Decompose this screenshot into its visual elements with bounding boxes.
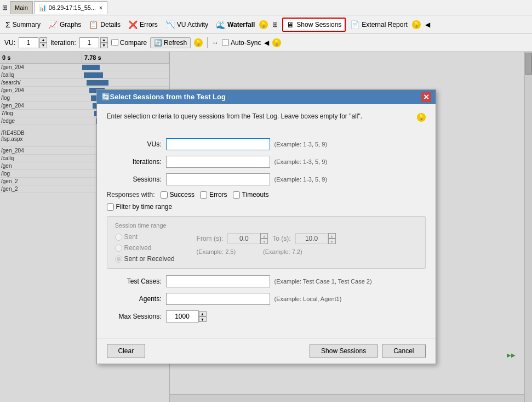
vu-spinner-buttons[interactable]: ▲ ▼: [39, 37, 47, 48]
from-decrement-button[interactable]: ▼: [260, 239, 268, 244]
refresh-button[interactable]: 🔄 Refresh: [150, 37, 191, 48]
sent-or-received-radio[interactable]: [115, 256, 122, 263]
show-sessions-button[interactable]: Show Sessions: [310, 344, 377, 358]
menu-waterfall-label: Waterfall: [227, 21, 255, 29]
menu-graphs-label: Graphs: [60, 21, 81, 29]
vus-row: VUs: (Example: 1-3, 5, 9): [107, 138, 426, 150]
sent-or-received-radio-label[interactable]: Sent or Received: [115, 255, 175, 263]
external-report-icon: 📄: [350, 20, 359, 29]
vu-spinner[interactable]: ▲ ▼: [19, 37, 47, 48]
sent-radio[interactable]: [115, 234, 122, 241]
max-sessions-decrement-button[interactable]: ▼: [199, 316, 207, 322]
max-sessions-spinner-btns[interactable]: ▲ ▼: [199, 311, 207, 322]
menu-back[interactable]: ◀: [422, 19, 433, 30]
errors-checkbox[interactable]: [200, 191, 207, 199]
to-decrement-button[interactable]: ▼: [328, 239, 336, 244]
menu-waterfall[interactable]: 🌊 Waterfall: [213, 19, 258, 31]
menu-vu-activity[interactable]: 📉 VU Activity: [162, 19, 211, 31]
main-tab[interactable]: Main: [10, 1, 33, 14]
session-time-range-section: Session time range Sent Received: [107, 216, 426, 269]
menu-external-report[interactable]: 📄 External Report: [347, 19, 410, 31]
timeouts-checkbox-label[interactable]: Timeouts: [233, 191, 269, 199]
success-checkbox[interactable]: [161, 191, 168, 199]
sent-label: Sent: [124, 233, 138, 241]
autosync-label[interactable]: Auto-Sync: [222, 39, 261, 47]
tip-icon-toolbar[interactable]: 💡: [194, 38, 203, 47]
agents-input[interactable]: [166, 293, 270, 305]
vu-decrement-button[interactable]: ▼: [39, 43, 47, 48]
file-tab-icon: 📊: [39, 4, 47, 12]
to-input[interactable]: [295, 233, 328, 244]
menu-table[interactable]: ⊞: [269, 19, 281, 30]
iteration-label: Iteration:: [50, 39, 76, 47]
errors-checkbox-label[interactable]: Errors: [200, 191, 227, 199]
menu-graphs[interactable]: 📈 Graphs: [45, 19, 84, 31]
iteration-input[interactable]: [79, 37, 99, 48]
dialog-title-icon: 🔄: [101, 93, 110, 101]
timeouts-checkbox[interactable]: [233, 191, 240, 199]
tab-close-button[interactable]: ×: [99, 5, 102, 11]
menu-details[interactable]: 📋 Details: [85, 19, 124, 31]
responses-row: Responses with: Success Errors Timeouts: [107, 191, 426, 199]
iterations-row: Iterations: (Example: 1-3, 5, 9): [107, 156, 426, 168]
graphs-icon: 📈: [48, 20, 58, 29]
max-sessions-increment-button[interactable]: ▲: [199, 311, 207, 316]
filter-time-label: Filter by time range: [116, 203, 173, 211]
nav-left-icon[interactable]: ◀: [264, 39, 269, 47]
menu-show-sessions[interactable]: 🖥 Show Sessions: [282, 18, 346, 32]
to-spinner-btns[interactable]: ▲ ▼: [328, 233, 336, 244]
menu-errors-label: Errors: [140, 21, 158, 29]
vus-input[interactable]: [166, 138, 270, 150]
compare-checkbox[interactable]: [111, 39, 118, 46]
filter-time-checkbox-label[interactable]: Filter by time range: [107, 203, 173, 211]
from-increment-button[interactable]: ▲: [260, 233, 268, 239]
compare-checkbox-label[interactable]: Compare: [111, 39, 147, 47]
menu-errors[interactable]: ❌ Errors: [125, 19, 161, 31]
dialog-description: Enter selection criteria to query sessio…: [107, 112, 413, 121]
compare-label: Compare: [120, 39, 147, 47]
received-radio[interactable]: [115, 245, 122, 252]
dialog-close-button[interactable]: ✕: [421, 92, 431, 102]
sessions-input[interactable]: [166, 173, 270, 185]
cancel-button[interactable]: Cancel: [382, 344, 425, 358]
iteration-spinner[interactable]: ▲ ▼: [79, 37, 108, 48]
dialog-tip-icon[interactable]: 💡: [417, 113, 426, 122]
vu-input[interactable]: [19, 37, 38, 48]
to-increment-button[interactable]: ▲: [328, 233, 336, 239]
menu-vu-label: VU Activity: [177, 21, 208, 29]
sync-icon: ↔: [212, 39, 219, 47]
iteration-spinner-buttons[interactable]: ▲ ▼: [100, 37, 108, 48]
from-input[interactable]: [227, 233, 260, 244]
vus-label: VUs:: [107, 140, 162, 148]
table-icon: ⊞: [272, 21, 278, 29]
test-cases-input[interactable]: [166, 275, 270, 287]
from-spinner[interactable]: ▲ ▼: [227, 233, 268, 244]
vu-increment-button[interactable]: ▲: [39, 37, 47, 43]
dialog-overlay: 🔄 Select Sessions from the Test Log ✕ En…: [0, 52, 532, 402]
filter-time-row: Filter by time range: [107, 203, 426, 211]
max-sessions-input[interactable]: [166, 310, 199, 322]
max-sessions-spinner[interactable]: ▲ ▼: [166, 310, 207, 322]
iteration-increment-button[interactable]: ▲: [100, 37, 108, 43]
main-tab-label: Main: [15, 4, 28, 11]
dialog-title-bar: 🔄 Select Sessions from the Test Log ✕: [97, 90, 436, 104]
tip-icon-2[interactable]: 💡: [412, 20, 421, 29]
autosync-checkbox[interactable]: [222, 39, 229, 46]
from-row: From (s): ▲ ▼ To (s):: [197, 233, 336, 244]
to-spinner[interactable]: ▲ ▼: [295, 233, 336, 244]
from-spinner-btns[interactable]: ▲ ▼: [260, 233, 268, 244]
sessions-row: Sessions: (Example: 1-3, 5, 9): [107, 173, 426, 185]
iteration-decrement-button[interactable]: ▼: [100, 43, 108, 48]
received-radio-label[interactable]: Received: [115, 244, 175, 252]
clear-button[interactable]: Clear: [107, 344, 146, 358]
success-checkbox-label[interactable]: Success: [161, 191, 195, 199]
tip-icon-1[interactable]: 💡: [259, 20, 268, 29]
menu-details-label: Details: [100, 21, 121, 29]
filter-time-checkbox[interactable]: [107, 203, 114, 211]
tip-icon-toolbar2[interactable]: 💡: [272, 38, 281, 47]
menu-summary[interactable]: Σ Summary: [2, 19, 44, 31]
file-tab[interactable]: 📊 06.29-17:15_55... ×: [34, 1, 107, 14]
iterations-input[interactable]: [166, 156, 270, 168]
responses-label: Responses with:: [107, 191, 155, 199]
sent-radio-label[interactable]: Sent: [115, 233, 175, 241]
